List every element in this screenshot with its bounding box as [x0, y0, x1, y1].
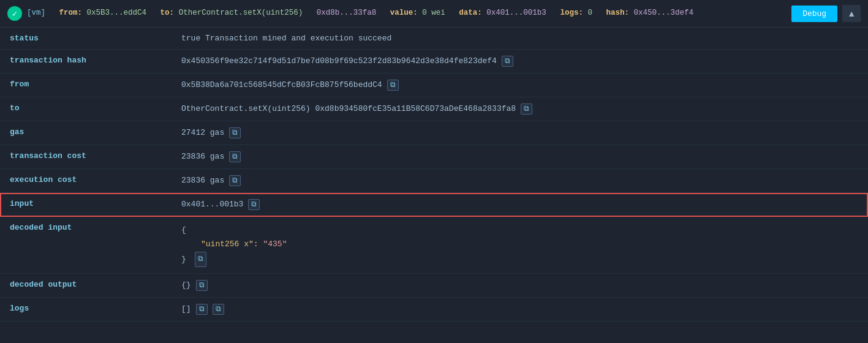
table-row-from: from0x5B38Da6a701c568545dCfcB03FcB875f56… — [0, 74, 868, 97]
label-input: input — [0, 193, 172, 217]
copy-icon-transaction-hash[interactable]: ⧉ — [502, 56, 513, 67]
label-decoded-input: decoded input — [0, 217, 172, 274]
copy-icon-execution-cost[interactable]: ⧉ — [229, 175, 241, 186]
label-transaction-hash: transaction hash — [0, 50, 172, 74]
label-logs: logs — [0, 298, 172, 322]
details-table: statustrue Transaction mined and executi… — [0, 28, 868, 322]
value-to: OtherContract.setX(uint256) 0xd8b934580f… — [172, 97, 868, 121]
value-input: 0x401...001b3⧉ — [172, 193, 868, 217]
value-execution-cost: 23836 gas⧉ — [172, 169, 868, 193]
label-to: to — [0, 97, 172, 121]
table-row-decoded-input: decoded input{"uint256 x": "435"}⧉ — [0, 217, 868, 274]
copy-icon-to[interactable]: ⧉ — [521, 104, 532, 115]
header-text: [vm] from: 0x5B3...eddC4 to: OtherContra… — [27, 8, 787, 19]
copy-icon-logs[interactable]: ⧉ — [196, 304, 208, 315]
value-text-transaction-cost: 23836 gas — [181, 152, 224, 161]
copy-icon-gas[interactable]: ⧉ — [229, 127, 241, 138]
collapse-button[interactable]: ▲ — [842, 5, 861, 22]
value-value: 0 wei — [422, 9, 445, 17]
table-row-input: input0x401...001b3⧉ — [0, 193, 868, 217]
debug-button[interactable]: Debug — [791, 6, 837, 22]
from-label: from: — [59, 9, 83, 17]
success-icon — [7, 6, 22, 21]
value-text-from: 0x5B38Da6a701c568545dCfcB03FcB875f56bedd… — [181, 80, 382, 89]
logs-value: 0 — [587, 9, 592, 17]
decoded-key-val: "uint256 x": "435" — [181, 237, 858, 251]
copy-icon-from[interactable]: ⧉ — [387, 80, 399, 91]
hash-value: 0x450...3def4 — [633, 9, 693, 17]
to-value: OtherContract.setX(uint256) — [179, 9, 303, 17]
copy-icon-transaction-cost[interactable]: ⧉ — [229, 151, 241, 162]
decoded-close: }⧉ — [181, 252, 858, 268]
label-status: status — [0, 28, 172, 50]
value-text-logs: [] — [181, 305, 191, 314]
decoded-val: "435" — [263, 239, 287, 249]
label-transaction-cost: transaction cost — [0, 145, 172, 169]
copy-icon-decoded-output[interactable]: ⧉ — [196, 280, 208, 291]
label-decoded-output: decoded output — [0, 274, 172, 298]
value-gas: 27412 gas⧉ — [172, 121, 868, 145]
table-row-logs: logs[]⧉⧉ — [0, 298, 868, 322]
value-text-execution-cost: 23836 gas — [181, 176, 224, 185]
decoded-key: "uint256 x": — [201, 239, 263, 249]
data-label: data: — [459, 9, 482, 17]
value-label: value: — [390, 9, 418, 17]
value-from: 0x5B38Da6a701c568545dCfcB03FcB875f56bedd… — [172, 74, 868, 97]
label-gas: gas — [0, 121, 172, 145]
decoded-input-block: {"uint256 x": "435"}⧉ — [181, 223, 858, 267]
data-value: 0x401...001b3 — [486, 9, 546, 17]
value-decoded-output: {}⧉ — [172, 274, 868, 298]
copy-decoded-input[interactable]: ⧉ — [195, 252, 206, 268]
table-row-transaction-cost: transaction cost23836 gas⧉ — [0, 145, 868, 169]
copy-icon-input[interactable]: ⧉ — [248, 199, 260, 210]
value-transaction-hash: 0x450356f9ee32c714f9d51d7be7d08b9f69c523… — [172, 50, 868, 74]
table-row-to: toOtherContract.setX(uint256) 0xd8b93458… — [0, 97, 868, 121]
header-bar: [vm] from: 0x5B3...eddC4 to: OtherContra… — [0, 0, 868, 28]
value-status: true Transaction mined and execution suc… — [172, 28, 868, 50]
to-label: to: — [160, 9, 175, 17]
hash-label: hash: — [606, 9, 629, 17]
table-row-execution-cost: execution cost23836 gas⧉ — [0, 169, 868, 193]
value-text-gas: 27412 gas — [181, 128, 224, 137]
value-text-to: OtherContract.setX(uint256) 0xd8b934580f… — [181, 104, 516, 113]
value-text-transaction-hash: 0x450356f9ee32c714f9d51d7be7d08b9f69c523… — [181, 56, 497, 66]
value-text-input: 0x401...001b3 — [181, 200, 243, 209]
table-row-gas: gas27412 gas⧉ — [0, 121, 868, 145]
label-from: from — [0, 74, 172, 97]
table-row-decoded-output: decoded output{}⧉ — [0, 274, 868, 298]
from-value: 0x5B3...eddC4 — [87, 9, 147, 17]
value-decoded-input: {"uint256 x": "435"}⧉ — [172, 217, 868, 274]
value-transaction-cost: 23836 gas⧉ — [172, 145, 868, 169]
table-row-transaction-hash: transaction hash0x450356f9ee32c714f9d51d… — [0, 50, 868, 74]
value-text-decoded-output: {} — [181, 281, 191, 290]
value-text-status: true Transaction mined and execution suc… — [181, 34, 391, 43]
vm-tag: [vm] — [27, 9, 45, 17]
label-execution-cost: execution cost — [0, 169, 172, 193]
decoded-open: { — [181, 223, 858, 237]
logs-label: logs: — [560, 9, 583, 17]
value-logs: []⧉⧉ — [172, 298, 868, 322]
table-row-status: statustrue Transaction mined and executi… — [0, 28, 868, 50]
copy-icon2-logs[interactable]: ⧉ — [213, 304, 224, 315]
to-addr: 0xd8b...33fa8 — [317, 9, 377, 17]
